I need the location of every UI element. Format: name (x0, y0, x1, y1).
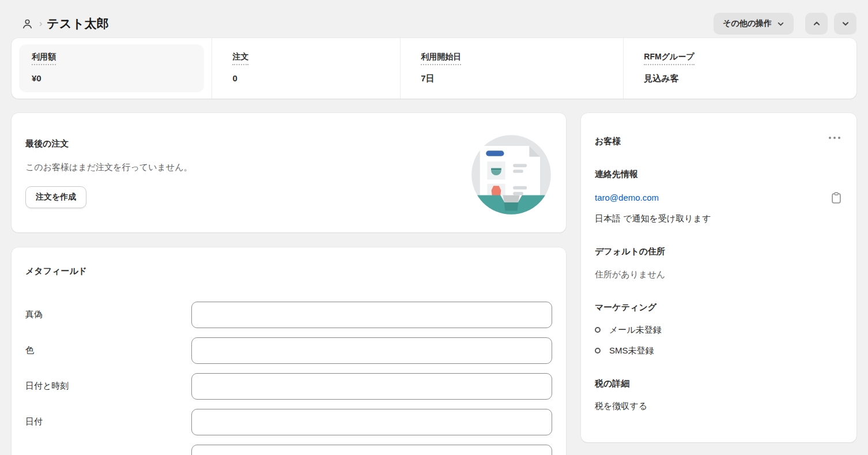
stat-label: 利用開始日 (421, 52, 461, 65)
create-order-button[interactable]: 注文を作成 (25, 186, 86, 208)
default-address-heading: デフォルトの住所 (595, 246, 843, 257)
stat-value: 0 (232, 74, 380, 84)
marketing-heading: マーケティング (595, 302, 843, 313)
breadcrumb-chevron-icon: › (39, 18, 42, 29)
metafield-date-input[interactable] (191, 409, 552, 435)
horizontal-dots-icon (829, 137, 831, 139)
default-address-section: デフォルトの住所 住所がありません (595, 246, 843, 280)
metafield-label: 日付と時刻 (25, 381, 191, 392)
stat-spend-highlight[interactable]: 利用額 ¥0 (19, 44, 204, 92)
contact-info-heading: 連絡先情報 (595, 168, 843, 180)
metafield-label: 真偽 (25, 309, 191, 320)
right-column: お客様 連絡先情報 taro@demo.com (581, 113, 856, 442)
customer-heading: お客様 (595, 136, 843, 147)
tax-status-text: 税を徴収する (595, 400, 843, 412)
stat-cell-rfm-group: RFMグループ 見込み客 (623, 38, 856, 99)
marketing-status-item: メール未登録 (595, 325, 843, 336)
person-icon (21, 18, 33, 30)
more-actions-button[interactable]: その他の操作 (714, 13, 794, 35)
stat-label: 利用額 (32, 52, 56, 65)
header-actions: その他の操作 (714, 13, 856, 35)
chevron-down-icon (841, 20, 850, 28)
customer-menu-button[interactable] (825, 130, 844, 145)
copy-email-button[interactable] (830, 191, 843, 205)
customer-card: お客様 連絡先情報 taro@demo.com (581, 113, 856, 442)
next-customer-button[interactable] (834, 13, 856, 35)
contact-info-section: 連絡先情報 taro@demo.com 日本語 で通知を受け取ります (595, 168, 843, 225)
marketing-section: マーケティング メール未登録 SMS未登録 (595, 302, 843, 356)
metafield-row: 真偽 (25, 302, 552, 328)
metafield-datetime-input[interactable] (191, 373, 552, 400)
previous-customer-button[interactable] (805, 13, 828, 35)
stat-value: 7日 (421, 74, 603, 84)
metafield-label: 色 (25, 345, 191, 356)
marketing-status-label: メール未登録 (609, 325, 662, 336)
last-order-card: 最後の注文 このお客様はまだ注文を行っていません。 注文を作成 (12, 113, 566, 232)
page-header: › テスト太郎 その他の操作 (0, 0, 868, 38)
metafield-row: 日付と時刻 (25, 373, 552, 400)
main-content: 最後の注文 このお客様はまだ注文を行っていません。 注文を作成 (12, 113, 856, 455)
chevron-up-icon (813, 20, 821, 28)
status-circle-icon (595, 327, 601, 333)
stat-cell-spend: 利用額 ¥0 (12, 38, 212, 99)
metafield-color-input[interactable] (191, 337, 552, 364)
stat-cell-customer-since: 利用開始日 7日 (400, 38, 623, 99)
stat-value: 見込み客 (644, 74, 836, 84)
clipboard-icon (831, 192, 841, 204)
customer-stats-card: 利用額 ¥0 注文 0 利用開始日 7日 RFMグループ 見込み客 (12, 38, 856, 99)
metafield-input[interactable] (191, 445, 552, 455)
email-row: taro@demo.com (595, 191, 843, 205)
metafields-card: メタフィールド 真偽 色 日付と時刻 日付 (12, 247, 566, 455)
marketing-status-item: SMS未登録 (595, 345, 843, 356)
metafield-boolean-input[interactable] (191, 302, 552, 328)
status-circle-icon (595, 348, 601, 354)
tax-heading: 税の詳細 (595, 378, 843, 389)
metafield-row (25, 445, 552, 455)
metafield-label: 日付 (25, 416, 191, 427)
page-title: テスト太郎 (47, 16, 108, 32)
metafield-row: 日付 (25, 409, 552, 435)
record-pager (805, 13, 856, 35)
breadcrumb-customers-button[interactable] (18, 15, 36, 32)
more-actions-label: その他の操作 (723, 18, 772, 29)
tax-section: 税の詳細 税を徴収する (595, 378, 843, 412)
empty-orders-illustration (469, 133, 553, 217)
stat-label: RFMグループ (644, 52, 694, 65)
left-column: 最後の注文 このお客様はまだ注文を行っていません。 注文を作成 (12, 113, 566, 455)
no-address-text: 住所がありません (595, 269, 843, 280)
stat-label: 注文 (232, 52, 248, 65)
chevron-down-icon (777, 20, 784, 28)
metafields-heading: メタフィールド (25, 265, 552, 277)
marketing-status-label: SMS未登録 (609, 345, 654, 356)
notification-language-note: 日本語 で通知を受け取ります (595, 213, 843, 224)
stat-cell-orders: 注文 0 (212, 38, 400, 99)
stat-value: ¥0 (32, 74, 191, 84)
metafield-row: 色 (25, 337, 552, 364)
customer-email-link[interactable]: taro@demo.com (595, 192, 659, 204)
